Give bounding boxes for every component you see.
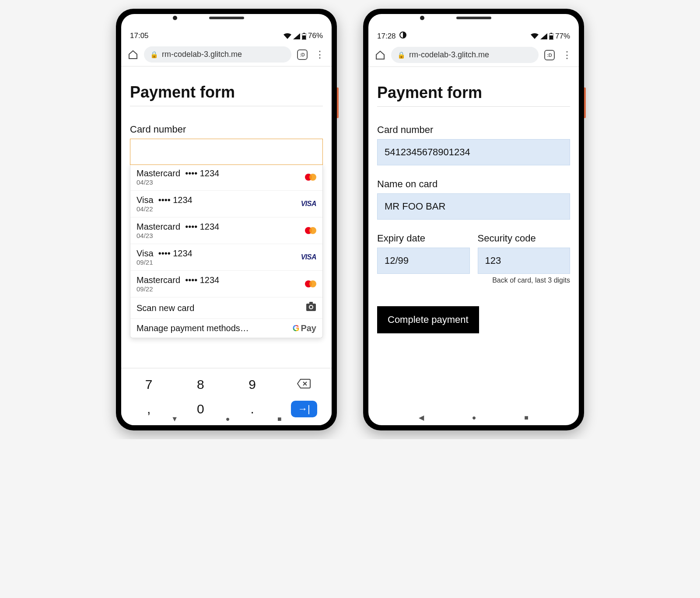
lock-icon: 🔒 xyxy=(397,51,406,59)
autofill-card-item[interactable]: Visa •••• 1234 09/21 VISA xyxy=(130,244,322,271)
expiry-input[interactable] xyxy=(377,248,470,274)
autofill-card-item[interactable]: Visa •••• 1234 04/22 VISA xyxy=(130,191,322,217)
wifi-icon xyxy=(531,32,539,41)
autofill-card-item[interactable]: Mastercard •••• 1234 04/23 xyxy=(130,164,322,191)
menu-icon[interactable]: ⋮ xyxy=(313,49,326,60)
svg-rect-1 xyxy=(303,33,305,34)
keypad-key[interactable]: 7 xyxy=(136,377,162,392)
url-text: rm-codelab-3.glitch.me xyxy=(409,50,489,59)
submit-button[interactable]: Complete payment xyxy=(377,306,479,333)
battery-percent: 77% xyxy=(555,32,570,41)
tab-switcher[interactable]: :D xyxy=(543,50,556,60)
battery-icon xyxy=(302,31,306,40)
card-number-input[interactable] xyxy=(130,139,323,165)
url-text: rm-codelab-3.glitch.me xyxy=(162,50,242,59)
card-number-label: Card number xyxy=(377,124,570,136)
browser-toolbar: 🔒 rm-codelab-3.glitch.me :D ⋮ xyxy=(121,43,332,66)
clock: 17:28 xyxy=(377,32,396,41)
cvc-label: Security code xyxy=(478,233,570,244)
phone-right: 17:28 77% xyxy=(363,9,584,430)
name-input[interactable] xyxy=(377,193,570,220)
gpay-icon: GPay xyxy=(293,323,316,333)
datasaver-icon xyxy=(399,31,406,41)
signal-icon xyxy=(540,32,547,41)
svg-point-5 xyxy=(310,306,312,308)
battery-percent: 76% xyxy=(308,31,323,40)
keypad-key[interactable]: 8 xyxy=(187,377,214,392)
signal-icon xyxy=(293,31,300,40)
scan-card-button[interactable]: Scan new card xyxy=(130,297,322,319)
card-number-label: Card number xyxy=(130,124,323,135)
divider xyxy=(377,106,570,107)
battery-icon xyxy=(549,32,553,41)
mastercard-icon xyxy=(305,280,316,287)
menu-icon[interactable]: ⋮ xyxy=(560,49,574,61)
phone-left: 17:05 76% 🔒 rm-codelab-3.g xyxy=(116,9,337,430)
home-icon[interactable] xyxy=(374,50,387,60)
expiry-label: Expiry date xyxy=(377,233,470,244)
nav-home-icon[interactable]: ● xyxy=(472,414,476,422)
backspace-key[interactable] xyxy=(291,377,317,392)
numeric-keypad: 7 8 9 , 0 . →| ▼ ● ■ xyxy=(121,368,332,425)
visa-icon: VISA xyxy=(301,200,316,208)
url-bar[interactable]: 🔒 rm-codelab-3.glitch.me xyxy=(391,47,539,63)
divider xyxy=(130,106,323,106)
card-number-input[interactable] xyxy=(377,139,570,165)
page-title: Payment form xyxy=(377,84,570,102)
mastercard-icon xyxy=(305,227,316,234)
svg-rect-2 xyxy=(302,35,306,39)
autofill-card-item[interactable]: Mastercard •••• 1234 04/23 xyxy=(130,217,322,244)
nav-recent-icon[interactable]: ■ xyxy=(277,415,282,423)
nav-recent-icon[interactable]: ■ xyxy=(524,414,528,422)
clock: 17:05 xyxy=(130,31,149,40)
nav-home-icon[interactable]: ● xyxy=(226,415,230,423)
svg-rect-9 xyxy=(550,33,552,34)
camera-icon xyxy=(306,302,316,314)
url-bar[interactable]: 🔒 rm-codelab-3.glitch.me xyxy=(144,46,291,63)
autofill-card-item[interactable]: Mastercard •••• 1234 09/22 xyxy=(130,271,322,297)
name-label: Name on card xyxy=(377,178,570,190)
visa-icon: VISA xyxy=(301,253,316,261)
nav-back-icon[interactable]: ◀ xyxy=(419,413,424,422)
svg-rect-6 xyxy=(309,302,313,304)
manage-payments-button[interactable]: Manage payment methods… GPay xyxy=(130,319,322,338)
browser-toolbar: 🔒 rm-codelab-3.glitch.me :D ⋮ xyxy=(368,43,579,67)
svg-rect-10 xyxy=(550,35,553,39)
keypad-key[interactable]: 9 xyxy=(239,377,266,392)
page-title: Payment form xyxy=(130,83,323,101)
home-icon[interactable] xyxy=(126,49,140,60)
wifi-icon xyxy=(284,31,291,40)
nav-back-icon[interactable]: ▼ xyxy=(171,415,178,423)
tab-switcher[interactable]: :D xyxy=(296,49,309,60)
autofill-dropdown: Mastercard •••• 1234 04/23 Visa •••• 123… xyxy=(130,164,323,338)
lock-icon: 🔒 xyxy=(150,51,158,59)
cvc-input[interactable] xyxy=(478,248,570,274)
cvc-hint: Back of card, last 3 digits xyxy=(478,276,570,284)
mastercard-icon xyxy=(305,174,316,181)
statusbar: 17:28 77% xyxy=(368,27,579,43)
statusbar: 17:05 76% xyxy=(121,27,332,43)
